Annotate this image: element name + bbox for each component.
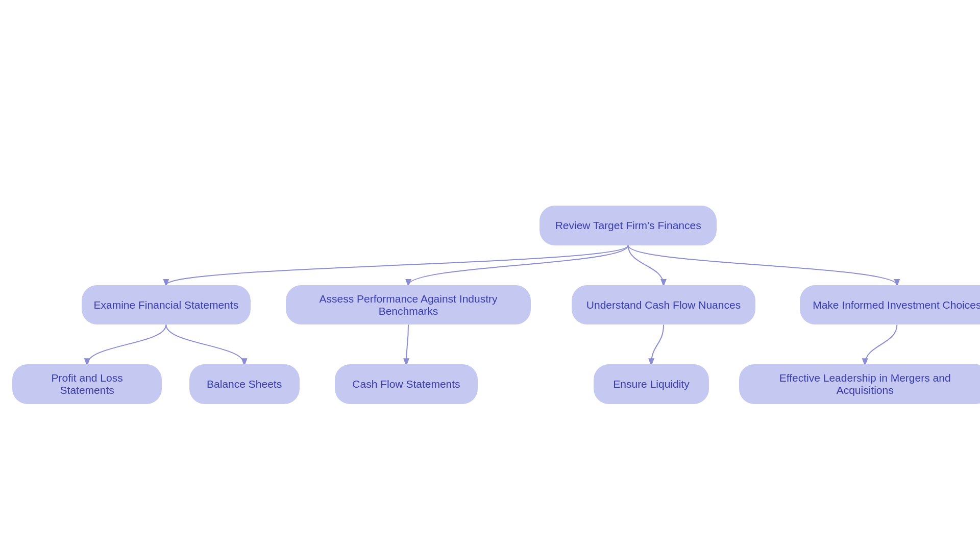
node-n3a: Ensure Liquidity bbox=[594, 364, 709, 404]
node-n1b: Balance Sheets bbox=[189, 364, 300, 404]
connection-line bbox=[406, 324, 408, 364]
diagram-container: Review Target Firm's FinancesExamine Fin… bbox=[0, 0, 980, 551]
connection-line bbox=[651, 324, 664, 364]
connection-line bbox=[166, 324, 244, 364]
connection-line bbox=[408, 245, 628, 285]
connection-line bbox=[865, 324, 897, 364]
node-n4a: Effective Leadership in Mergers and Acqu… bbox=[739, 364, 980, 404]
connections-svg bbox=[0, 0, 980, 551]
node-root: Review Target Firm's Finances bbox=[540, 206, 717, 245]
node-n1a: Profit and Loss Statements bbox=[12, 364, 162, 404]
connection-line bbox=[628, 245, 897, 285]
node-n2a: Cash Flow Statements bbox=[335, 364, 478, 404]
node-n3: Understand Cash Flow Nuances bbox=[572, 285, 755, 325]
connection-line bbox=[87, 324, 166, 364]
connection-line bbox=[628, 245, 664, 285]
node-n2: Assess Performance Against Industry Benc… bbox=[286, 285, 531, 325]
node-n4: Make Informed Investment Choices bbox=[800, 285, 980, 325]
connection-line bbox=[166, 245, 628, 285]
node-n1: Examine Financial Statements bbox=[82, 285, 251, 325]
